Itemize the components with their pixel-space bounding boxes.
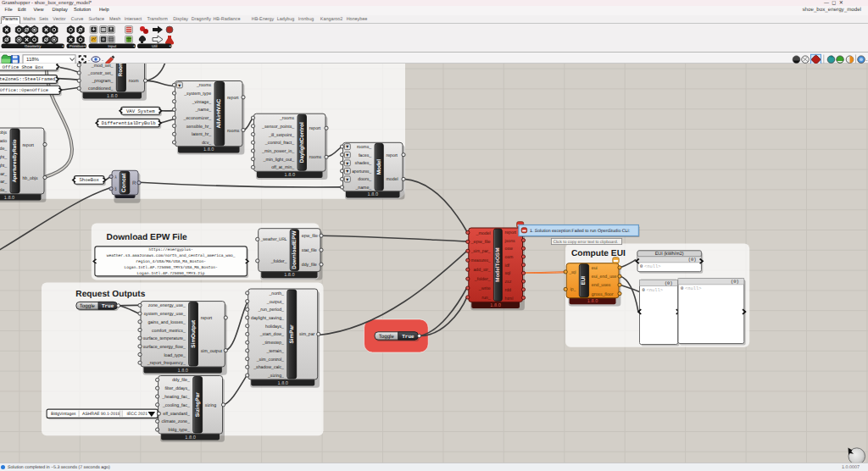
svg-text:latent_hr_: latent_hr_ (192, 132, 211, 137)
svg-text:osw: osw (505, 247, 513, 252)
svg-text:stat_file: stat_file (302, 248, 317, 253)
svg-text:epw_file: epw_file (302, 234, 318, 239)
svg-text:1.8.0: 1.8.0 (368, 192, 378, 197)
svg-text:1.8.0: 1.8.0 (277, 381, 287, 386)
svg-text:Room: Room (118, 64, 124, 76)
svg-text:▼: ▼ (345, 162, 349, 167)
svg-text:_run_period_: _run_period_ (257, 308, 284, 313)
svg-text:_model: _model (476, 231, 491, 236)
svg-text:ddy_file: ddy_file (302, 263, 317, 268)
svg-text:report: report (387, 153, 398, 158)
svg-text:_horiz_separ_: _horiz_separ_ (0, 172, 7, 177)
svg-text:zsz: zsz (505, 280, 512, 285)
svg-text:bldg_type_: bldg_type_ (169, 428, 190, 433)
svg-text:-: - (866, 58, 868, 64)
svg-text:eff_standard_: eff_standard_ (163, 412, 190, 417)
svg-text:ClimateZone5::SteelFramed: ClimateZone5::SteelFramed (0, 76, 55, 82)
svg-text:<null>: <null> (644, 264, 660, 269)
svg-text:+: + (62, 44, 64, 48)
svg-text:_program_: _program_ (91, 79, 113, 84)
svg-text:Logan.Intl.AP.725090_TMY3/USA_: Logan.Intl.AP.725090_TMY3/USA_MA_Boston- (124, 265, 217, 270)
svg-text:operable_: operable_ (0, 188, 7, 193)
svg-text:_subdivide_: _subdivide_ (0, 147, 7, 152)
svg-text:surface_temperature_: surface_temperature_ (143, 336, 186, 341)
svg-text:(0): (0) (665, 281, 673, 286)
svg-text:_output_: _output_ (266, 300, 284, 305)
svg-text:(0): (0) (731, 280, 739, 285)
svg-text:faces_: faces_ (359, 153, 371, 158)
svg-text:_folder_: _folder_ (270, 259, 287, 264)
svg-text:_win_height_: _win_height_ (0, 155, 7, 160)
svg-text:Primitive: Primitive (70, 44, 84, 48)
svg-text:118%: 118% (26, 57, 40, 63)
svg-text:conditioned_: conditioned_ (88, 86, 114, 91)
svg-text:room: room (129, 79, 139, 84)
svg-text:SimOutput: SimOutput (191, 319, 197, 348)
svg-text:DaylightControl: DaylightControl (299, 122, 305, 163)
svg-text:1.8.0: 1.8.0 (177, 368, 187, 374)
svg-text:https://energyplus-: https://energyplus- (148, 247, 192, 252)
svg-text:_report_frequency_: _report_frequency_ (147, 361, 186, 366)
svg-text:_sizing_: _sizing_ (267, 374, 284, 379)
svg-text:rdd: rdd (505, 288, 512, 293)
svg-text:jsons: jsons (504, 239, 516, 244)
svg-text:<null>: <null> (685, 286, 701, 291)
svg-text:AllAirHVAC: AllAirHVAC (216, 98, 222, 128)
svg-text:Download EPW File: Download EPW File (107, 233, 187, 242)
svg-text:_cooling_fac_: _cooling_fac_ (162, 403, 190, 408)
svg-text:_write: _write (478, 286, 491, 291)
svg-text:sim_par: sim_par (299, 332, 315, 337)
svg-text:BldgVintages: BldgVintages (51, 412, 76, 417)
svg-text:Util: Util (152, 44, 157, 48)
svg-text:▼: ▼ (345, 169, 349, 175)
svg-text:off_at_min_: off_at_min_ (271, 165, 294, 170)
svg-text:html: html (505, 296, 514, 302)
svg-text:VAV System: VAV System (126, 108, 155, 114)
svg-text:_mod_set_: _mod_set_ (91, 64, 114, 69)
svg-text:_min_power_in_: _min_power_in_ (261, 149, 294, 154)
svg-text:B: B (114, 186, 116, 192)
svg-text:_rooms: _rooms (196, 83, 212, 88)
svg-text:EUI (kWh/m2): EUI (kWh/m2) (655, 252, 684, 257)
svg-text:IECC 2021: IECC 2021 (127, 412, 148, 417)
svg-text:idf: idf (505, 263, 510, 269)
svg-text:▼: ▼ (345, 178, 349, 183)
svg-text:1.8.0: 1.8.0 (203, 147, 214, 152)
svg-text:_timestep_: _timestep_ (262, 341, 284, 346)
svg-text:_system_type: _system_type (183, 91, 211, 97)
svg-text:_epw_file: _epw_file (470, 240, 491, 245)
svg-text:vert_separ_: vert_separ_ (0, 180, 7, 185)
svg-text:model: model (387, 177, 398, 182)
svg-text:▼: ▼ (345, 145, 349, 150)
svg-text:zone_energy_use_: zone_energy_use_ (148, 303, 186, 308)
svg-text:weather.s3.amazonaws.com/north: weather.s3.amazonaws.com/north_and_centr… (107, 253, 236, 258)
svg-text:report: report (201, 316, 213, 321)
svg-text:SizingPar: SizingPar (195, 392, 201, 418)
svg-text:ShoeBox: ShoeBox (79, 177, 99, 183)
svg-text:ModelToOSM: ModelToOSM (495, 248, 501, 282)
svg-text:<null>: <null> (647, 288, 663, 293)
svg-text:-: - (88, 58, 90, 64)
svg-text:holidays_: holidays_ (265, 324, 284, 330)
svg-text:-: - (102, 58, 103, 64)
svg-text:1.8.0: 1.8.0 (587, 299, 598, 304)
svg-text:_ratio: _ratio (0, 139, 7, 144)
svg-text:_terrain_: _terrain_ (266, 349, 285, 354)
svg-text:_name_: _name_ (354, 186, 371, 191)
svg-text:report: report (309, 126, 321, 131)
svg-text:ddy_file_: ddy_file_ (172, 378, 190, 383)
svg-text:DownloadEPW: DownloadEPW (292, 230, 298, 269)
svg-text:1. Solution exception:Failed t: 1. Solution exception:Failed to run Open… (530, 229, 630, 234)
svg-text:_rooms: _rooms (279, 116, 295, 121)
svg-text:+: + (133, 44, 136, 48)
svg-text:_vintage_: _vintage_ (192, 100, 212, 105)
svg-text:True: True (402, 334, 415, 340)
svg-text:AperturesByRatio: AperturesByRatio (12, 139, 18, 182)
svg-text:run_: run_ (481, 296, 490, 301)
svg-text:1.8.0: 1.8.0 (185, 435, 195, 441)
svg-text:▼: ▼ (177, 84, 181, 89)
svg-text:system_energy_use_: system_energy_use_ (143, 312, 185, 317)
svg-text:rooms_: rooms_ (357, 145, 371, 150)
svg-text:_shadow_calc_: _shadow_calc_ (253, 365, 284, 370)
svg-text:Model: Model (376, 159, 382, 175)
